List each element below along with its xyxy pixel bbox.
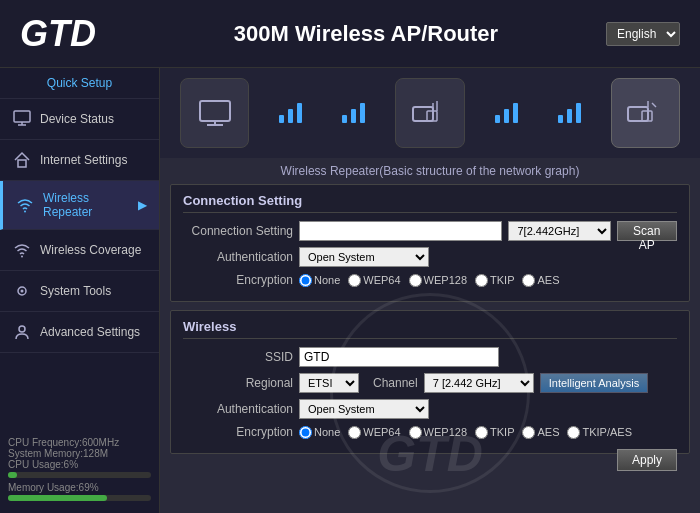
connection-setting-input[interactable] — [299, 221, 502, 241]
sidebar-item-advanced-settings[interactable]: Advanced Settings — [0, 312, 159, 353]
enc-label: Encryption — [183, 273, 293, 287]
sidebar: Quick Setup Device Status Internet Setti… — [0, 68, 160, 513]
w-enc-wep128-radio[interactable] — [409, 426, 422, 439]
enc-wep128-label[interactable]: WEP128 — [409, 274, 467, 287]
mode-button-3[interactable] — [611, 78, 680, 148]
sidebar-item-internet-settings[interactable]: Internet Settings — [0, 140, 159, 181]
header: GTD 300M Wireless AP/Router English — [0, 0, 700, 68]
signal-group-1 — [279, 103, 302, 123]
page-section-title: Wireless Repeater(Basic structure of the… — [170, 158, 690, 184]
w-enc-tkip-label[interactable]: TKIP — [475, 426, 514, 439]
svg-point-8 — [19, 326, 25, 332]
person-icon — [12, 322, 32, 342]
bar2 — [288, 109, 293, 123]
svg-rect-9 — [200, 101, 230, 121]
auth-label: Authentication — [183, 250, 293, 264]
sidebar-label-wireless-repeater: Wireless Repeater — [43, 191, 130, 219]
freq-select[interactable]: 7[2.442GHz] — [508, 221, 610, 241]
bar6 — [360, 103, 365, 123]
sidebar-item-system-tools[interactable]: System Tools — [0, 271, 159, 312]
regional-row: Regional ETSI Channel 7 [2.442 GHz] Inte… — [183, 373, 677, 393]
w-enc-aes-radio[interactable] — [522, 426, 535, 439]
bar12 — [576, 103, 581, 123]
w-enc-wep64-label[interactable]: WEP64 — [348, 426, 400, 439]
icon-row — [160, 68, 700, 158]
sidebar-label-internet-settings: Internet Settings — [40, 153, 127, 167]
enc-aes-radio[interactable] — [522, 274, 535, 287]
w-enc-wep64-radio[interactable] — [348, 426, 361, 439]
enc-tkip-radio[interactable] — [475, 274, 488, 287]
wireless-enc-label: Encryption — [183, 425, 293, 439]
svg-rect-3 — [18, 160, 26, 167]
enc-aes-label[interactable]: AES — [522, 274, 559, 287]
language-select[interactable]: English — [606, 22, 680, 46]
regional-select[interactable]: ETSI — [299, 373, 359, 393]
wifi-icon — [15, 195, 35, 215]
tools-icon — [12, 281, 32, 301]
page-title: 300M Wireless AP/Router — [126, 21, 606, 47]
svg-line-18 — [652, 103, 656, 107]
bar10 — [558, 115, 563, 123]
sidebar-label-wireless-coverage: Wireless Coverage — [40, 243, 141, 257]
bar1 — [279, 115, 284, 123]
connection-setting-label: Connection Setting — [183, 224, 293, 238]
apply-button[interactable]: Apply — [617, 449, 677, 471]
mem-progress-bg — [8, 495, 151, 501]
wireless-auth-select[interactable]: Open System — [299, 399, 429, 419]
cpu-freq-label: CPU Frequency:600MHz — [8, 437, 151, 448]
sidebar-item-wireless-coverage[interactable]: Wireless Coverage — [0, 230, 159, 271]
w-enc-none-radio[interactable] — [299, 426, 312, 439]
sidebar-item-quick-setup[interactable]: Quick Setup — [0, 68, 159, 99]
w-enc-aes-label[interactable]: AES — [522, 426, 559, 439]
wireless-enc-row: Encryption None WEP64 WEP128 TKIP AES TK… — [183, 425, 677, 439]
channel-label: Channel — [373, 376, 418, 390]
w-enc-tkipaes-radio[interactable] — [567, 426, 580, 439]
wifi-coverage-icon — [12, 240, 32, 260]
w-enc-none-label[interactable]: None — [299, 426, 340, 439]
cpu-usage-label: CPU Usage:6% — [8, 459, 151, 470]
w-enc-tkip-radio[interactable] — [475, 426, 488, 439]
sidebar-item-wireless-repeater[interactable]: Wireless Repeater ▶ — [0, 181, 159, 230]
svg-rect-0 — [14, 111, 30, 122]
auth-select[interactable]: Open System — [299, 247, 429, 267]
enc-wep64-radio[interactable] — [348, 274, 361, 287]
enc-wep128-radio[interactable] — [409, 274, 422, 287]
mode-button-1[interactable] — [180, 78, 249, 148]
bar9 — [513, 103, 518, 123]
main-layout: Quick Setup Device Status Internet Setti… — [0, 68, 700, 513]
bar5 — [351, 109, 356, 123]
intelligent-analysis-button[interactable]: Intelligent Analysis — [540, 373, 649, 393]
logo: GTD — [20, 13, 96, 55]
svg-point-7 — [21, 290, 24, 293]
svg-rect-16 — [628, 107, 648, 121]
enc-tkip-label[interactable]: TKIP — [475, 274, 514, 287]
encryption-radio-group: None WEP64 WEP128 TKIP AES — [299, 274, 559, 287]
scan-ap-button[interactable]: Scan AP — [617, 221, 677, 241]
cpu-progress-bg — [8, 472, 151, 478]
bar4 — [342, 115, 347, 123]
sidebar-label-device-status: Device Status — [40, 112, 114, 126]
enc-wep64-label[interactable]: WEP64 — [348, 274, 400, 287]
signal-group-4 — [558, 103, 581, 123]
w-enc-wep128-label[interactable]: WEP128 — [409, 426, 467, 439]
sidebar-label-system-tools: System Tools — [40, 284, 111, 298]
enc-none-label[interactable]: None — [299, 274, 340, 287]
authentication-row: Authentication Open System — [183, 247, 677, 267]
w-enc-tkipaes-label[interactable]: TKIP/AES — [567, 426, 632, 439]
ssid-row: SSID — [183, 347, 677, 367]
mem-progress-fill — [8, 495, 107, 501]
connection-header: Connection Setting — [183, 193, 677, 213]
channel-select[interactable]: 7 [2.442 GHz] — [424, 373, 534, 393]
mem-usage-label: Memory Usage:69% — [8, 482, 151, 493]
bar3 — [297, 103, 302, 123]
mode-button-2[interactable] — [395, 78, 464, 148]
ssid-input[interactable] — [299, 347, 499, 367]
wireless-auth-label: Authentication — [183, 402, 293, 416]
enc-none-radio[interactable] — [299, 274, 312, 287]
monitor-icon — [12, 109, 32, 129]
connection-section: Connection Setting Connection Setting 7[… — [170, 184, 690, 302]
bar8 — [504, 109, 509, 123]
sidebar-item-device-status[interactable]: Device Status — [0, 99, 159, 140]
cpu-progress-fill — [8, 472, 17, 478]
sys-memory-label: System Memory:128M — [8, 448, 151, 459]
